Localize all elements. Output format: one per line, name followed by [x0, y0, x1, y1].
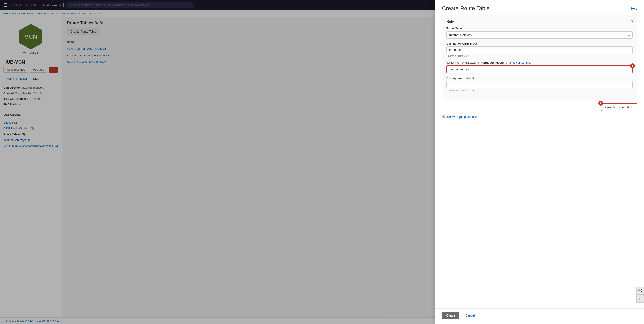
step-badge-1: 1 [630, 63, 635, 68]
change-compartment-link[interactable]: (Change compartment) [505, 61, 534, 64]
modal-body: Rule × Target Type Internet Gateway NAT … [435, 12, 644, 308]
target-type-label: Target Type [446, 27, 633, 30]
description-label: Description Optional [446, 76, 633, 80]
side-icon-chat[interactable]: 💬 [636, 287, 644, 294]
target-gateway-label: Target Internet Gateway in IwanHoogendoo… [446, 61, 633, 64]
description-hint: Maximum 255 characters [446, 89, 633, 92]
side-icons: 💬 ⊞ [636, 287, 644, 303]
side-icon-grid[interactable]: ⊞ [636, 295, 644, 303]
another-route-rule-button[interactable]: + Another Route Rule [601, 104, 637, 111]
tagging-row: ⚙ Show Tagging Options [442, 114, 637, 119]
create-route-table-modal: Create Route Table Help Rule × Target Ty… [435, 0, 644, 324]
target-type-select-wrapper: Internet Gateway NAT Gateway Service Gat… [446, 31, 633, 38]
modal-overlay: Create Route Table Help Rule × Target Ty… [0, 0, 644, 324]
rule-title: Rule [446, 20, 633, 24]
gateway-select[interactable]: hub-internet-gw [447, 66, 632, 73]
dest-cidr-input[interactable] [446, 46, 633, 54]
help-link[interactable]: Help [631, 7, 637, 10]
modal-title: Create Route Table [442, 5, 490, 12]
tagging-icon: ⚙ [442, 114, 446, 119]
cancel-button[interactable]: Cancel [462, 312, 478, 319]
target-type-group: Target Type Internet Gateway NAT Gateway… [446, 27, 633, 38]
rule-section: Rule × Target Type Internet Gateway NAT … [442, 15, 637, 100]
gateway-select-wrapper: 1 hub-internet-gw [446, 66, 633, 73]
another-rule-wrapper: 2 + Another Route Rule [442, 104, 637, 111]
description-input[interactable] [446, 81, 633, 88]
dest-cidr-label: Destination CIDR Block [446, 42, 633, 45]
description-group: Description Optional Maximum 255 charact… [446, 76, 633, 92]
modal-header: Create Route Table Help [435, 0, 644, 12]
rule-close-button[interactable]: × [631, 19, 634, 24]
target-gateway-group: Target Internet Gateway in IwanHoogendoo… [446, 61, 633, 73]
modal-footer: Create Cancel [435, 308, 644, 324]
dest-cidr-group: Destination CIDR Block Example: 10.0.0.0… [446, 42, 633, 58]
target-type-select[interactable]: Internet Gateway NAT Gateway Service Gat… [446, 31, 633, 38]
create-button[interactable]: Create [442, 312, 460, 319]
step-badge-2: 2 [598, 101, 603, 106]
dest-cidr-hint: Example: 10.0.0.0/24 [446, 54, 633, 58]
show-tagging-options-link[interactable]: Show Tagging Options [447, 115, 477, 118]
